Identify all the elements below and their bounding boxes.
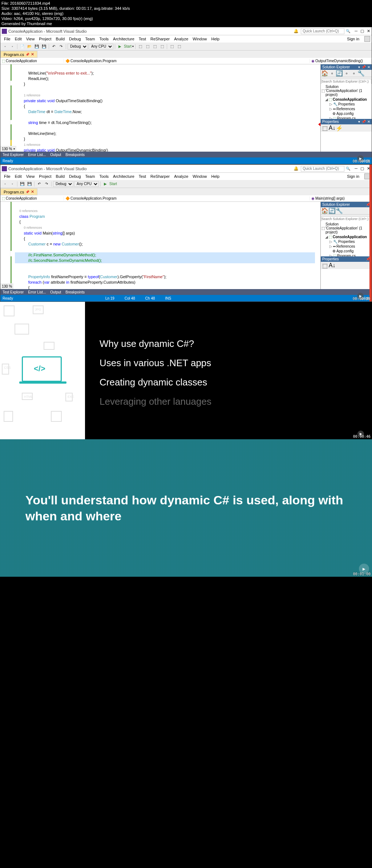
tb-icon[interactable]: ⬚ — [151, 43, 158, 50]
menu-build[interactable]: Build — [54, 174, 67, 179]
sign-in-link[interactable]: Sign in — [345, 174, 361, 179]
menu-test[interactable]: Test — [137, 37, 148, 41]
tab-program-cs[interactable]: Program.cs 📌 ✕ — [0, 188, 37, 195]
dropdown-icon[interactable]: ▾ — [358, 65, 360, 69]
code-editor[interactable]: 0 references class Program { 0 reference… — [0, 202, 321, 289]
tb-icon[interactable]: ◦ — [329, 70, 335, 77]
menu-tools[interactable]: Tools — [97, 174, 111, 179]
events-icon[interactable]: ⚡ — [336, 125, 343, 131]
start-button[interactable]: ▶ — [117, 43, 123, 50]
tab-pin-icon[interactable]: 📌 — [25, 190, 29, 194]
properties-grid[interactable] — [321, 132, 372, 152]
menu-project[interactable]: Project — [37, 37, 53, 41]
start-label[interactable]: Start — [109, 182, 117, 186]
menu-window[interactable]: Window — [190, 37, 209, 41]
tb-icon[interactable]: ⬚ — [176, 43, 182, 50]
categorize-icon[interactable]: ⬚ — [322, 262, 328, 269]
code-editor[interactable]: WriteLine("\n\nPress enter to exit...");… — [0, 64, 321, 152]
save-button[interactable]: 💾 — [19, 181, 25, 187]
platform-select[interactable]: Any CPU — [89, 44, 113, 49]
menu-build[interactable]: Build — [54, 37, 67, 41]
properties-grid[interactable] — [321, 269, 372, 289]
menu-test[interactable]: Test — [137, 174, 148, 179]
expand-icon[interactable]: ▷ — [329, 107, 332, 111]
notification-icon[interactable]: 🔔 — [294, 166, 299, 171]
start-button[interactable]: ▶ — [102, 181, 109, 187]
expand-icon[interactable]: ▷ — [329, 102, 332, 106]
sign-in-link[interactable]: Sign in — [345, 37, 361, 41]
menu-file[interactable]: File — [2, 174, 13, 179]
zoom-level[interactable]: 130 % — [0, 283, 13, 289]
menu-file[interactable]: File — [2, 37, 13, 41]
tab-program-cs[interactable]: Program.cs 📌 ✕ — [0, 51, 37, 58]
menu-resharper[interactable]: ReSharper — [148, 174, 172, 179]
menu-architecture[interactable]: Architecture — [111, 37, 137, 41]
nav-back-button[interactable]: ◦ — [2, 43, 8, 50]
save-button[interactable]: 💾 — [33, 43, 40, 50]
nav-back-button[interactable]: ◦ — [2, 181, 8, 187]
tree-properties[interactable]: ▷🔧Properties — [322, 239, 371, 244]
close-icon[interactable]: ✕ — [367, 65, 370, 69]
search-icon[interactable]: 🔍 — [346, 29, 350, 33]
menu-team[interactable]: Team — [83, 174, 97, 179]
home-icon[interactable]: 🏠 — [322, 70, 328, 77]
config-select[interactable]: Debug — [68, 44, 88, 49]
bc-class[interactable]: 🔶 ConsoleApplication.Program — [64, 196, 310, 200]
platform-select[interactable]: Any CPU — [74, 181, 99, 187]
open-button[interactable]: 📂 — [26, 43, 33, 50]
nav-fwd-button[interactable]: ◦ — [9, 43, 16, 50]
tab-pin-icon[interactable]: 📌 — [25, 53, 29, 56]
notification-icon[interactable]: 🔔 — [294, 29, 299, 33]
tree-project[interactable]: ◢⬚ConsoleApplication — [322, 235, 371, 239]
menu-window[interactable]: Window — [190, 174, 209, 179]
pin-icon[interactable]: 📌 — [361, 120, 366, 124]
menu-view[interactable]: View — [24, 174, 37, 179]
tab-breakpoints[interactable]: Breakpoints — [63, 290, 87, 294]
menu-analyze[interactable]: Analyze — [172, 37, 190, 41]
refresh-icon[interactable]: 🔄 — [336, 70, 343, 77]
menu-team[interactable]: Team — [83, 37, 97, 41]
user-avatar-icon[interactable] — [364, 36, 370, 42]
menu-view[interactable]: View — [24, 37, 37, 41]
tree-appconfig[interactable]: ⚙App.config — [322, 249, 371, 253]
tree-program-cs[interactable]: ▷⬚Program.cs — [322, 253, 371, 256]
bc-method[interactable]: ◉ Main(string[] args) — [310, 196, 372, 200]
bc-project[interactable]: ⬚ ConsoleApplication — [0, 196, 64, 200]
tree-solution[interactable]: ⬚Solution 'ConsoleApplication' (1 projec… — [322, 222, 371, 235]
dropdown-icon[interactable]: ▾ — [358, 120, 360, 124]
bc-method[interactable]: ◉ OutputTimeDynamicBinding() — [310, 59, 372, 63]
menu-analyze[interactable]: Analyze — [172, 174, 190, 179]
tb-icon[interactable]: ⬚ — [137, 43, 143, 50]
expand-icon[interactable]: ▷ — [329, 116, 332, 119]
menu-project[interactable]: Project — [37, 174, 53, 179]
tb-icon[interactable]: ⬚ — [144, 43, 151, 50]
tree-properties[interactable]: ▷ 🔧 Properties — [322, 102, 371, 107]
home-icon[interactable]: 🏠 — [322, 208, 328, 214]
search-icon[interactable]: 🔍 — [346, 167, 350, 171]
tb-icon[interactable]: ⬚ — [159, 43, 165, 50]
pin-icon[interactable]: 📌 — [361, 65, 366, 69]
undo-button[interactable]: ↶ — [50, 43, 57, 50]
tb-icon[interactable]: ⬚ — [169, 43, 175, 50]
tree-solution[interactable]: ⬚ Solution 'ConsoleApplication' (1 proje… — [322, 84, 371, 97]
solution-search-input[interactable] — [321, 79, 371, 84]
properties-icon[interactable]: 🔧 — [336, 208, 343, 214]
tab-output[interactable]: Output — [48, 290, 63, 294]
undo-button[interactable]: ↶ — [36, 181, 43, 187]
tab-close-icon[interactable]: ✕ — [31, 189, 34, 194]
redo-button[interactable]: ↷ — [43, 181, 50, 187]
new-button[interactable]: 📄 — [19, 43, 25, 50]
close-button[interactable]: ✕ — [367, 29, 370, 33]
tab-error-list[interactable]: Error List... — [26, 153, 48, 157]
collapse-icon[interactable]: ◢ — [325, 97, 328, 101]
bc-project[interactable]: ⬚ ConsoleApplication — [0, 59, 64, 63]
tree-project[interactable]: ◢ ⬚ ConsoleApplication — [322, 97, 371, 102]
tree-program-cs[interactable]: ▷ ⬚ Program.cs — [322, 116, 371, 119]
menu-help[interactable]: Help — [209, 174, 222, 179]
nav-fwd-button[interactable]: ◦ — [9, 181, 16, 187]
alpha-icon[interactable]: A↓ — [329, 125, 335, 131]
tab-test-explorer[interactable]: Test Explorer — [0, 290, 26, 294]
menu-architecture[interactable]: Architecture — [111, 174, 137, 179]
start-label[interactable]: Start — [124, 44, 132, 48]
refresh-icon[interactable]: 🔄 — [329, 208, 335, 214]
